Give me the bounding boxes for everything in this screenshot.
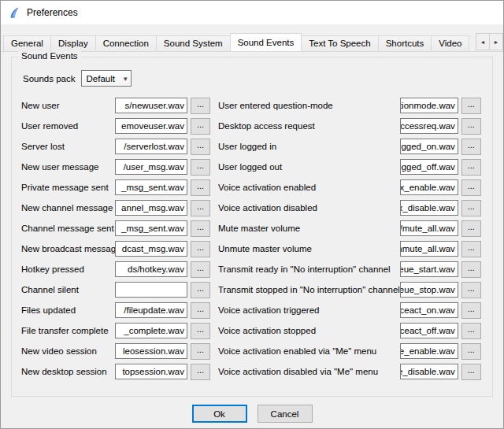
browse-button[interactable]: ... (191, 220, 210, 237)
sound-file-input[interactable]: unmute_all.wav (400, 241, 458, 257)
file-path-text: oiceact_on.wav (400, 305, 455, 315)
sound-file-input[interactable]: ueue_stop.wav (400, 282, 458, 298)
browse-button[interactable]: ... (191, 302, 210, 319)
tab-connection[interactable]: Connection (95, 35, 157, 51)
browse-button[interactable]: ... (461, 323, 481, 339)
sound-file-input[interactable]: ne_disable.wav (400, 364, 458, 379)
sound-file-input[interactable]: ds/hotkey.wav (115, 261, 187, 277)
browse-button[interactable]: ... (191, 241, 210, 257)
browse-button[interactable]: ... (191, 200, 210, 216)
title-bar: Preferences (1, 1, 503, 24)
sound-file-input[interactable]: /serverlost.wav (115, 139, 187, 154)
sound-file-input[interactable]: _msg_sent.wav (115, 179, 187, 195)
tab-scroll-right-button[interactable]: ► (489, 33, 503, 50)
file-path-text: s/mute_all.wav (400, 224, 455, 233)
sound-file-input[interactable]: /fileupdate.wav (115, 302, 187, 318)
event-label: Mute master volume (218, 224, 400, 233)
sound-file-input[interactable]: _complete.wav (115, 323, 187, 338)
file-path-text: _complete.wav (124, 326, 184, 335)
event-row: Channel silent... (21, 279, 210, 300)
sound-file-input[interactable]: ox_disable.wav (400, 200, 458, 216)
event-row: Desktop access requestaaccessreq.wav... (218, 116, 481, 136)
file-path-text: ueue_stop.wav (400, 285, 455, 294)
event-row: File transfer complete_complete.wav... (21, 320, 210, 341)
event-row: User removedemoveuser.wav... (21, 116, 210, 136)
browse-button[interactable]: ... (461, 302, 481, 319)
event-row: Voice activation stoppedoiceact_off.wav.… (218, 320, 481, 341)
event-label: Voice activation enabled via "Me" menu (218, 346, 400, 356)
tab-video[interactable]: Video (431, 35, 469, 51)
sound-file-input[interactable]: _msg_sent.wav (115, 220, 187, 236)
tab-sound-system[interactable]: Sound System (156, 35, 231, 51)
sound-file-input[interactable]: aaccessreq.wav (400, 118, 458, 134)
sound-file-input[interactable] (115, 282, 187, 298)
sounds-pack-select[interactable]: Default ▾ (81, 70, 132, 87)
event-label: Unmute master volume (218, 244, 400, 253)
file-path-text: stionmode.wav (400, 101, 455, 110)
browse-button[interactable]: ... (461, 343, 481, 360)
file-path-text: dcast_msg.wav (122, 244, 184, 253)
event-label: Voice activation triggered (218, 305, 400, 315)
browse-button[interactable]: ... (191, 179, 210, 196)
browse-button[interactable]: ... (461, 179, 481, 196)
tab-shortcuts[interactable]: Shortcuts (378, 35, 432, 51)
sound-file-input[interactable]: oiceact_off.wav (400, 323, 458, 338)
file-path-text: ox_enable.wav (400, 183, 455, 192)
browse-button[interactable]: ... (461, 159, 481, 176)
browse-button[interactable]: ... (191, 118, 210, 135)
tab-text-to-speech[interactable]: Text To Speech (301, 35, 378, 51)
sound-file-input[interactable]: me_enable.wav (400, 343, 458, 359)
event-label: Files updated (21, 305, 115, 315)
browse-button[interactable]: ... (191, 159, 210, 176)
sounds-pack-label: Sounds pack (23, 74, 76, 83)
tab-scroller: ◄ ► (476, 33, 503, 50)
sound-file-input[interactable]: s/newuser.wav (115, 98, 187, 113)
sound-file-input[interactable]: logged_on.wav (400, 139, 458, 154)
event-label: User entered question-mode (218, 101, 400, 110)
cancel-button[interactable]: Cancel (258, 405, 313, 423)
browse-button[interactable]: ... (191, 364, 210, 380)
browse-button[interactable]: ... (461, 261, 481, 278)
browse-button[interactable]: ... (191, 282, 210, 298)
tab-display[interactable]: Display (50, 35, 96, 51)
browse-button[interactable]: ... (461, 118, 481, 135)
browse-button[interactable]: ... (191, 323, 210, 339)
tab-general[interactable]: General (3, 35, 51, 51)
sound-file-input[interactable]: ueue_start.wav (400, 261, 458, 277)
file-path-text: ne_disable.wav (400, 367, 455, 376)
sound-file-input[interactable]: ogged_off.wav (400, 159, 458, 175)
sound-file-input[interactable]: emoveuser.wav (115, 118, 187, 134)
event-row: New desktop sessiontopsession.wav... (21, 361, 210, 382)
file-path-text: /serverlost.wav (124, 142, 184, 151)
sound-file-input[interactable]: oiceact_on.wav (400, 302, 458, 318)
sound-file-input[interactable]: s/mute_all.wav (400, 220, 458, 236)
event-label: Transmit stopped in "No interruption" ch… (218, 285, 400, 294)
browse-button[interactable]: ... (461, 98, 481, 114)
browse-button[interactable]: ... (461, 139, 481, 155)
browse-button[interactable]: ... (461, 241, 481, 257)
browse-button[interactable]: ... (191, 139, 210, 155)
browse-button[interactable]: ... (461, 364, 481, 380)
tab-sound-events[interactable]: Sound Events (230, 33, 302, 52)
tab-scroll-left-button[interactable]: ◄ (476, 33, 490, 50)
browse-button[interactable]: ... (191, 98, 210, 114)
sound-file-input[interactable]: stionmode.wav (400, 98, 458, 113)
browse-button[interactable]: ... (191, 343, 210, 360)
tab-bar: General Display Connection Sound System … (1, 33, 503, 52)
event-label: Hotkey pressed (21, 264, 115, 274)
browse-button[interactable]: ... (461, 220, 481, 237)
event-row: Voice activation enabledox_enable.wav... (218, 177, 481, 198)
sound-file-input[interactable]: ox_enable.wav (400, 179, 458, 195)
sound-file-input[interactable]: /user_msg.wav (115, 159, 187, 175)
ok-button[interactable]: Ok (192, 405, 247, 423)
event-row: Transmit ready in "No interruption" chan… (218, 259, 481, 279)
browse-button[interactable]: ... (191, 261, 210, 278)
browse-button[interactable]: ... (461, 282, 481, 298)
sound-file-input[interactable]: topsession.wav (115, 364, 187, 379)
sound-file-input[interactable]: annel_msg.wav (115, 200, 187, 216)
sound-file-input[interactable]: leosession.wav (115, 343, 187, 359)
event-label: New desktop session (21, 367, 115, 376)
event-row: Server lost/serverlost.wav... (21, 136, 210, 157)
sound-file-input[interactable]: dcast_msg.wav (115, 241, 187, 257)
browse-button[interactable]: ... (461, 200, 481, 216)
